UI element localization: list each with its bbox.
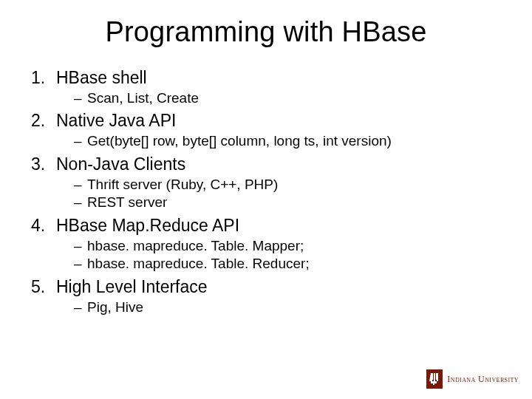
iu-trident-icon (426, 369, 443, 389)
sub-item: Thrift server (Ruby, C++, PHP) (74, 176, 510, 194)
sub-list: Thrift server (Ruby, C++, PHP) REST serv… (22, 176, 510, 212)
list-item: HBase Map.Reduce API hbase. mapreduce. T… (22, 215, 510, 273)
sub-item: hbase. mapreduce. Table. Mapper; (74, 237, 510, 256)
sub-item: Get(byte[] row, byte[] column, long ts, … (74, 132, 510, 151)
item-heading: Non-Java Clients (22, 154, 510, 175)
list-item: Non-Java Clients Thrift server (Ruby, C+… (22, 154, 510, 212)
slide-title: Programming with HBase (22, 16, 510, 48)
university-name: Indiana University (447, 374, 519, 385)
sub-item: Pig, Hive (74, 299, 510, 317)
sub-list: Get(byte[] row, byte[] column, long ts, … (22, 132, 510, 151)
sub-list: Scan, List, Create (22, 89, 510, 108)
list-item: Native Java API Get(byte[] row, byte[] c… (22, 110, 510, 150)
sub-list: Pig, Hive (22, 299, 510, 317)
item-heading: HBase shell (22, 67, 510, 89)
sub-item: REST server (74, 194, 510, 212)
list-item: HBase shell Scan, List, Create (22, 67, 510, 107)
list-item: High Level Interface Pig, Hive (22, 276, 510, 316)
item-heading: HBase Map.Reduce API (22, 215, 510, 236)
sub-list: hbase. mapreduce. Table. Mapper; hbase. … (22, 237, 510, 273)
item-heading: Native Java API (22, 110, 510, 132)
sub-item: Scan, List, Create (74, 89, 510, 108)
footer-logo: Indiana University (426, 369, 519, 389)
item-heading: High Level Interface (22, 276, 510, 298)
outline-list: HBase shell Scan, List, Create Native Ja… (22, 67, 510, 317)
sub-item: hbase. mapreduce. Table. Reducer; (74, 255, 510, 273)
